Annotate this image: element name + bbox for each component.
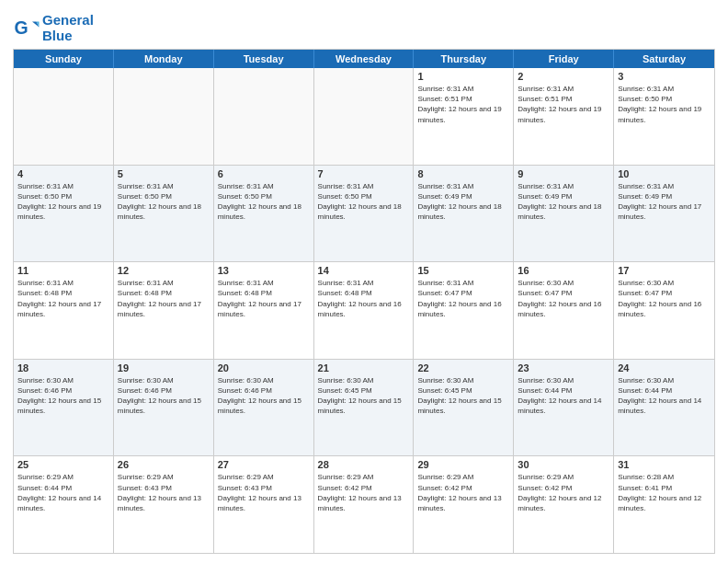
table-row: 28Sunrise: 6:29 AMSunset: 6:42 PMDayligh… [314, 456, 415, 553]
day-info: Sunrise: 6:31 AMSunset: 6:51 PMDaylight:… [518, 84, 609, 125]
day-number: 11 [17, 265, 109, 276]
table-row: 6Sunrise: 6:31 AMSunset: 6:50 PMDaylight… [214, 166, 314, 262]
table-row [314, 68, 415, 165]
table-row: 3Sunrise: 6:31 AMSunset: 6:50 PMDaylight… [614, 68, 714, 165]
day-number: 17 [618, 265, 711, 276]
table-row: 10Sunrise: 6:31 AMSunset: 6:49 PMDayligh… [614, 166, 714, 262]
calendar-row: 1Sunrise: 6:31 AMSunset: 6:51 PMDaylight… [14, 68, 714, 165]
table-row: 31Sunrise: 6:28 AMSunset: 6:41 PMDayligh… [614, 456, 714, 553]
day-number: 31 [618, 459, 711, 470]
calendar-row: 11Sunrise: 6:31 AMSunset: 6:48 PMDayligh… [14, 261, 714, 359]
header-saturday: Saturday [614, 50, 714, 68]
header-monday: Monday [114, 50, 214, 68]
table-row: 27Sunrise: 6:29 AMSunset: 6:43 PMDayligh… [214, 456, 314, 553]
day-number: 16 [518, 265, 609, 276]
day-info: Sunrise: 6:31 AMSunset: 6:48 PMDaylight:… [118, 278, 210, 319]
day-info: Sunrise: 6:28 AMSunset: 6:41 PMDaylight:… [618, 472, 711, 513]
calendar: Sunday Monday Tuesday Wednesday Thursday… [13, 49, 715, 554]
table-row [114, 68, 214, 165]
table-row [214, 68, 314, 165]
table-row: 25Sunrise: 6:29 AMSunset: 6:44 PMDayligh… [14, 456, 114, 553]
day-info: Sunrise: 6:31 AMSunset: 6:50 PMDaylight:… [618, 84, 711, 125]
day-number: 4 [17, 168, 109, 179]
day-info: Sunrise: 6:30 AMSunset: 6:47 PMDaylight:… [518, 278, 609, 319]
header-friday: Friday [514, 50, 614, 68]
day-number: 8 [417, 168, 509, 179]
day-info: Sunrise: 6:30 AMSunset: 6:44 PMDaylight:… [618, 375, 711, 417]
day-info: Sunrise: 6:31 AMSunset: 6:48 PMDaylight:… [318, 278, 410, 319]
header-wednesday: Wednesday [314, 50, 415, 68]
day-info: Sunrise: 6:30 AMSunset: 6:46 PMDaylight:… [218, 375, 310, 417]
header-tuesday: Tuesday [214, 50, 314, 68]
table-row: 14Sunrise: 6:31 AMSunset: 6:48 PMDayligh… [314, 262, 415, 359]
calendar-row: 4Sunrise: 6:31 AMSunset: 6:50 PMDaylight… [14, 165, 714, 262]
day-info: Sunrise: 6:31 AMSunset: 6:50 PMDaylight:… [218, 181, 310, 223]
header-sunday: Sunday [14, 50, 114, 68]
table-row: 29Sunrise: 6:29 AMSunset: 6:42 PMDayligh… [414, 456, 514, 553]
day-number: 10 [618, 168, 711, 179]
calendar-row: 25Sunrise: 6:29 AMSunset: 6:44 PMDayligh… [14, 455, 714, 553]
day-number: 24 [618, 362, 711, 373]
day-info: Sunrise: 6:30 AMSunset: 6:44 PMDaylight:… [518, 375, 609, 417]
calendar-row: 18Sunrise: 6:30 AMSunset: 6:46 PMDayligh… [14, 359, 714, 456]
table-row: 9Sunrise: 6:31 AMSunset: 6:49 PMDaylight… [514, 166, 614, 262]
day-info: Sunrise: 6:30 AMSunset: 6:46 PMDaylight:… [17, 375, 109, 417]
day-number: 13 [218, 265, 310, 276]
day-number: 7 [318, 168, 410, 179]
day-number: 5 [118, 168, 210, 179]
logo-icon: G [13, 15, 40, 42]
day-number: 21 [318, 362, 410, 373]
table-row: 30Sunrise: 6:29 AMSunset: 6:42 PMDayligh… [514, 456, 614, 553]
logo-text: General Blue [42, 13, 94, 43]
table-row: 7Sunrise: 6:31 AMSunset: 6:50 PMDaylight… [314, 166, 415, 262]
table-row: 16Sunrise: 6:30 AMSunset: 6:47 PMDayligh… [514, 262, 614, 359]
day-number: 19 [118, 362, 210, 373]
day-info: Sunrise: 6:31 AMSunset: 6:51 PMDaylight:… [417, 84, 509, 125]
day-info: Sunrise: 6:29 AMSunset: 6:42 PMDaylight:… [518, 472, 609, 513]
day-info: Sunrise: 6:30 AMSunset: 6:45 PMDaylight:… [417, 375, 509, 417]
day-number: 12 [118, 265, 210, 276]
table-row [14, 68, 114, 165]
header: G General Blue [13, 9, 715, 43]
day-info: Sunrise: 6:31 AMSunset: 6:48 PMDaylight:… [17, 278, 109, 319]
day-info: Sunrise: 6:31 AMSunset: 6:47 PMDaylight:… [417, 278, 509, 319]
table-row: 5Sunrise: 6:31 AMSunset: 6:50 PMDaylight… [114, 166, 214, 262]
day-info: Sunrise: 6:30 AMSunset: 6:46 PMDaylight:… [118, 375, 210, 417]
day-number: 29 [417, 459, 509, 470]
day-info: Sunrise: 6:29 AMSunset: 6:43 PMDaylight:… [118, 472, 210, 513]
header-thursday: Thursday [414, 50, 514, 68]
day-number: 14 [318, 265, 410, 276]
day-info: Sunrise: 6:29 AMSunset: 6:43 PMDaylight:… [218, 472, 310, 513]
day-number: 23 [518, 362, 609, 373]
table-row: 24Sunrise: 6:30 AMSunset: 6:44 PMDayligh… [614, 360, 714, 456]
table-row: 12Sunrise: 6:31 AMSunset: 6:48 PMDayligh… [114, 262, 214, 359]
table-row: 4Sunrise: 6:31 AMSunset: 6:50 PMDaylight… [14, 166, 114, 262]
day-number: 25 [17, 459, 109, 470]
day-number: 9 [518, 168, 609, 179]
table-row: 20Sunrise: 6:30 AMSunset: 6:46 PMDayligh… [214, 360, 314, 456]
table-row: 2Sunrise: 6:31 AMSunset: 6:51 PMDaylight… [514, 68, 614, 165]
day-number: 26 [118, 459, 210, 470]
day-number: 15 [417, 265, 509, 276]
day-number: 22 [417, 362, 509, 373]
table-row: 22Sunrise: 6:30 AMSunset: 6:45 PMDayligh… [414, 360, 514, 456]
day-info: Sunrise: 6:29 AMSunset: 6:44 PMDaylight:… [17, 472, 109, 513]
day-info: Sunrise: 6:31 AMSunset: 6:49 PMDaylight:… [518, 181, 609, 223]
day-info: Sunrise: 6:30 AMSunset: 6:47 PMDaylight:… [618, 278, 711, 319]
logo: G General Blue [13, 13, 94, 43]
page: G General Blue Sunday Monday Tuesday Wed… [0, 0, 728, 563]
day-number: 6 [218, 168, 310, 179]
day-number: 27 [218, 459, 310, 470]
day-info: Sunrise: 6:31 AMSunset: 6:48 PMDaylight:… [218, 278, 310, 319]
table-row: 11Sunrise: 6:31 AMSunset: 6:48 PMDayligh… [14, 262, 114, 359]
table-row: 21Sunrise: 6:30 AMSunset: 6:45 PMDayligh… [314, 360, 415, 456]
table-row: 23Sunrise: 6:30 AMSunset: 6:44 PMDayligh… [514, 360, 614, 456]
table-row: 1Sunrise: 6:31 AMSunset: 6:51 PMDaylight… [414, 68, 514, 165]
day-number: 28 [318, 459, 410, 470]
day-info: Sunrise: 6:31 AMSunset: 6:50 PMDaylight:… [318, 181, 410, 223]
day-info: Sunrise: 6:30 AMSunset: 6:45 PMDaylight:… [318, 375, 410, 417]
day-number: 2 [518, 71, 609, 82]
day-number: 1 [417, 71, 509, 82]
day-number: 20 [218, 362, 310, 373]
svg-text:G: G [15, 17, 28, 38]
